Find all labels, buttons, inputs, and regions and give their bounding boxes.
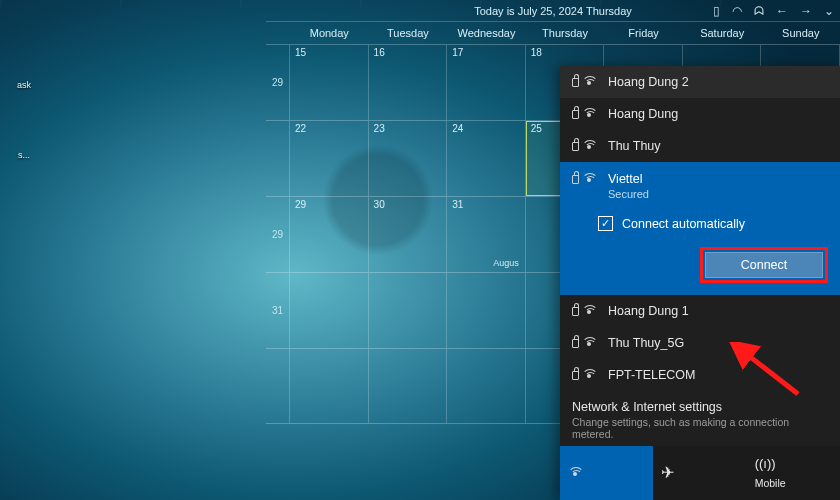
- settings-desc: Change settings, such as making a connec…: [572, 416, 828, 440]
- week-number: 29: [266, 197, 290, 272]
- wifi-icon: [582, 140, 596, 152]
- hotspot-icon: ((ı)): [755, 457, 773, 473]
- wifi-icon: [582, 76, 596, 88]
- calendar-cell[interactable]: 31Augus: [447, 197, 526, 272]
- calendar-toolbar: ▯ ◠ ᗣ ← → ⌄: [713, 0, 834, 22]
- wifi-name: Hoang Dung: [608, 107, 678, 121]
- week-number: [266, 121, 290, 196]
- calendar-cell[interactable]: 16: [369, 45, 448, 120]
- wifi-icon: [582, 108, 596, 120]
- weekday: Thursday: [526, 22, 605, 44]
- calendar-cell[interactable]: [447, 273, 526, 348]
- weekday: Wednesday: [447, 22, 526, 44]
- lock-icon: [572, 339, 579, 348]
- calendar-cell[interactable]: [447, 349, 526, 423]
- lock-icon: [572, 110, 579, 119]
- weekday: Tuesday: [369, 22, 448, 44]
- weekday: Friday: [604, 22, 683, 44]
- calendar-cell[interactable]: 24: [447, 121, 526, 196]
- wifi-name: Viettel: [608, 172, 643, 186]
- connect-highlight: Connect: [700, 247, 828, 283]
- cloud-icon[interactable]: ◠: [732, 4, 742, 18]
- auto-connect-label: Connect automatically: [622, 217, 745, 231]
- wifi-name: Thu Thuy_5G: [608, 336, 684, 350]
- checkbox-icon[interactable]: ✓: [598, 216, 613, 231]
- calendar-cell[interactable]: [369, 273, 448, 348]
- person-icon[interactable]: ᗣ: [754, 4, 764, 18]
- calendar-cell[interactable]: [369, 349, 448, 423]
- wifi-icon: [582, 305, 596, 317]
- desktop-icon[interactable]: ask: [6, 80, 42, 90]
- mode-label: Mobile: [755, 477, 786, 489]
- network-settings-link[interactable]: Network & Internet settings Change setti…: [560, 391, 840, 446]
- week-number: [266, 349, 290, 423]
- calendar-cell[interactable]: [290, 273, 369, 348]
- calendar-weekdays: Monday Tuesday Wednesday Thursday Friday…: [266, 22, 840, 44]
- network-modes: ✈ ((ı)) Mobile: [560, 446, 840, 500]
- calendar-cell[interactable]: 15: [290, 45, 369, 120]
- calendar-cell[interactable]: 22: [290, 121, 369, 196]
- lock-icon: [572, 142, 579, 151]
- phone-icon[interactable]: ▯: [713, 4, 720, 18]
- wifi-name: Hoang Dung 1: [608, 304, 689, 318]
- next-icon[interactable]: →: [800, 4, 812, 18]
- wifi-icon: [582, 173, 596, 185]
- week-number: 31: [266, 273, 290, 348]
- wifi-name: Hoang Dung 2: [608, 75, 689, 89]
- lock-icon: [572, 307, 579, 316]
- wifi-name: FPT-TELECOM: [608, 368, 696, 382]
- desktop-icon[interactable]: s...: [6, 150, 42, 160]
- calendar-header: Today is July 25, 2024 Thursday ▯ ◠ ᗣ ← …: [266, 0, 840, 22]
- week-number: 29: [266, 45, 290, 120]
- calendar-cell[interactable]: [290, 349, 369, 423]
- wifi-network[interactable]: Thu Thuy_5G: [560, 327, 840, 359]
- calendar-cell[interactable]: 30: [369, 197, 448, 272]
- wifi-icon: [582, 369, 596, 381]
- lock-icon: [572, 78, 579, 87]
- dropdown-icon[interactable]: ⌄: [824, 4, 834, 18]
- weekday: Saturday: [683, 22, 762, 44]
- calendar-cell[interactable]: 29: [290, 197, 369, 272]
- desktop-icons: ask s...: [6, 80, 42, 220]
- connect-button[interactable]: Connect: [705, 252, 823, 278]
- wifi-network[interactable]: Hoang Dung 2: [560, 66, 840, 98]
- wifi-network[interactable]: Hoang Dung 1: [560, 295, 840, 327]
- mode-airplane[interactable]: ✈: [653, 446, 746, 500]
- settings-title: Network & Internet settings: [572, 400, 828, 414]
- network-flyout: Hoang Dung 2Hoang DungThu Thuy Viettel S…: [560, 66, 840, 500]
- prev-icon[interactable]: ←: [776, 4, 788, 18]
- airplane-icon: ✈: [661, 465, 679, 481]
- weekday: Monday: [290, 22, 369, 44]
- wifi-network[interactable]: Hoang Dung: [560, 98, 840, 130]
- wifi-network-selected[interactable]: Viettel Secured ✓ Connect automatically …: [560, 162, 840, 295]
- wifi-name: Thu Thuy: [608, 139, 661, 153]
- mode-hotspot[interactable]: ((ı)) Mobile: [747, 446, 840, 500]
- mode-wifi[interactable]: [560, 446, 653, 500]
- calendar-cell[interactable]: 23: [369, 121, 448, 196]
- wifi-icon: [568, 467, 582, 479]
- calendar-cell[interactable]: 17: [447, 45, 526, 120]
- lock-icon: [572, 175, 579, 184]
- calendar-title: Today is July 25, 2024 Thursday: [474, 5, 632, 17]
- lock-icon: [572, 371, 579, 380]
- weekday: Sunday: [761, 22, 840, 44]
- wifi-network[interactable]: FPT-TELECOM: [560, 359, 840, 391]
- wifi-icon: [582, 337, 596, 349]
- wifi-status: Secured: [608, 188, 828, 200]
- wifi-network[interactable]: Thu Thuy: [560, 130, 840, 162]
- auto-connect-row[interactable]: ✓ Connect automatically: [598, 216, 828, 231]
